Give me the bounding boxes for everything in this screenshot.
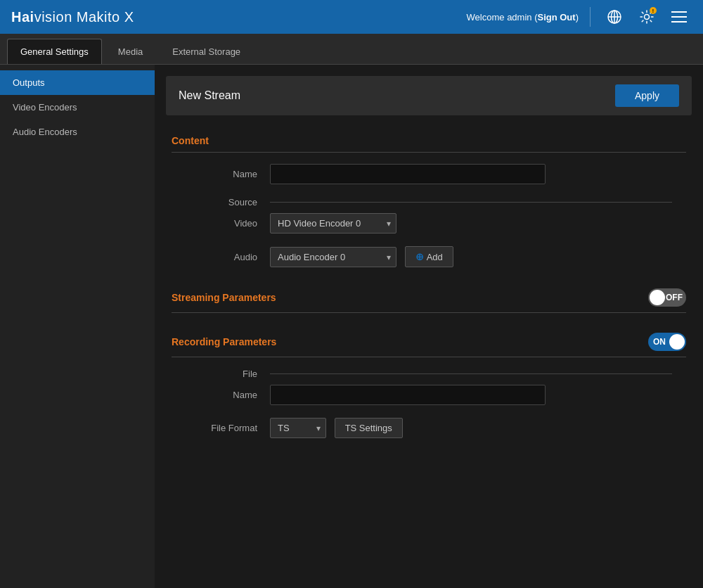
file-label: File xyxy=(186,369,270,379)
video-select-wrap: HD Video Encoder 0 HD Video Encoder 1 xyxy=(270,213,396,234)
sidebar-item-audio-encoders[interactable]: Audio Encoders xyxy=(0,120,155,144)
audio-select-wrap: Audio Encoder 0 Audio Encoder 1 xyxy=(270,247,396,267)
file-format-label: File Format xyxy=(186,423,270,433)
sidebar: Outputs Video Encoders Audio Encoders xyxy=(0,65,155,588)
streaming-toggle[interactable]: OFF xyxy=(648,288,686,307)
warning-badge: ! xyxy=(650,7,657,14)
audio-control: Audio Encoder 0 Audio Encoder 1 ⊕ Add xyxy=(270,246,672,267)
tab-media[interactable]: Media xyxy=(105,39,156,64)
recording-toggle[interactable]: ON xyxy=(648,333,686,351)
audio-label: Audio xyxy=(186,252,270,262)
file-row: File xyxy=(172,369,686,379)
video-select[interactable]: HD Video Encoder 0 HD Video Encoder 1 xyxy=(270,213,396,234)
video-row: Video HD Video Encoder 0 HD Video Encode… xyxy=(172,213,686,234)
add-audio-button[interactable]: ⊕ Add xyxy=(405,246,453,267)
streaming-params-section: Streaming Parameters OFF xyxy=(166,280,692,313)
streaming-params-header: Streaming Parameters OFF xyxy=(172,280,686,313)
file-format-row: File Format TS MP4 TS Settings xyxy=(172,418,686,438)
recording-name-input[interactable] xyxy=(270,385,546,405)
file-line xyxy=(270,373,672,374)
menu-icon-btn[interactable] xyxy=(666,4,692,30)
recording-name-label: Name xyxy=(186,390,270,400)
header-divider xyxy=(590,7,591,27)
source-row: Source xyxy=(172,197,686,207)
recording-params-section: Recording Parameters ON File Name xyxy=(166,324,692,438)
video-control: HD Video Encoder 0 HD Video Encoder 1 xyxy=(270,213,672,234)
svg-point-4 xyxy=(645,15,650,20)
add-label: Add xyxy=(427,252,443,262)
layout: Outputs Video Encoders Audio Encoders Ne… xyxy=(0,65,703,588)
recording-name-row: Name xyxy=(172,385,686,405)
name-label: Name xyxy=(186,169,270,179)
source-line xyxy=(270,202,672,203)
network-icon xyxy=(607,9,622,25)
network-icon-btn[interactable] xyxy=(602,4,627,30)
name-input[interactable] xyxy=(270,164,546,184)
name-control xyxy=(270,164,672,184)
source-label: Source xyxy=(186,197,270,207)
apply-button[interactable]: Apply xyxy=(615,84,679,107)
recording-params-header: Recording Parameters ON xyxy=(172,324,686,357)
main-content: New Stream Apply Content Name Source xyxy=(155,65,703,588)
sidebar-item-video-encoders[interactable]: Video Encoders xyxy=(0,95,155,120)
video-label: Video xyxy=(186,218,270,229)
logo-rest: vision Makito X xyxy=(34,9,134,25)
file-format-select-wrap: TS MP4 xyxy=(270,418,326,438)
tab-bar: General Settings Media External Storage xyxy=(0,34,703,65)
welcome-text: Welcome admin (Sign Out) xyxy=(467,12,579,23)
content-section: Content Name Source Video xyxy=(166,127,692,267)
plus-icon: ⊕ xyxy=(415,251,424,262)
tab-general-settings[interactable]: General Settings xyxy=(7,39,102,64)
recording-params-title: Recording Parameters xyxy=(172,336,276,347)
ts-settings-button[interactable]: TS Settings xyxy=(335,418,403,438)
header: Haivision Makito X Welcome admin (Sign O… xyxy=(0,0,703,34)
content-section-title: Content xyxy=(172,127,686,153)
audio-select[interactable]: Audio Encoder 0 Audio Encoder 1 xyxy=(270,247,396,267)
name-row: Name xyxy=(172,164,686,184)
tab-external-storage[interactable]: External Storage xyxy=(159,39,254,64)
menu-icon xyxy=(671,11,687,23)
stream-header: New Stream Apply xyxy=(166,76,692,115)
sidebar-item-outputs[interactable]: Outputs xyxy=(0,70,155,95)
stream-title: New Stream xyxy=(179,89,240,102)
recording-name-control xyxy=(270,385,672,405)
header-right: Welcome admin (Sign Out) ! xyxy=(467,4,692,30)
streaming-params-title: Streaming Parameters xyxy=(172,292,276,303)
logo-strong: Hai xyxy=(11,9,34,25)
logo: Haivision Makito X xyxy=(11,9,134,25)
settings-icon-btn[interactable]: ! xyxy=(634,4,659,30)
file-format-select[interactable]: TS MP4 xyxy=(270,418,326,438)
streaming-toggle-knob xyxy=(650,290,665,305)
sign-out-link[interactable]: Sign Out xyxy=(537,12,575,23)
file-format-control: TS MP4 TS Settings xyxy=(270,418,672,438)
recording-toggle-label: ON xyxy=(653,337,666,347)
recording-toggle-knob xyxy=(669,334,685,350)
audio-row: Audio Audio Encoder 0 Audio Encoder 1 ⊕ … xyxy=(172,246,686,267)
streaming-toggle-label: OFF xyxy=(666,293,683,302)
